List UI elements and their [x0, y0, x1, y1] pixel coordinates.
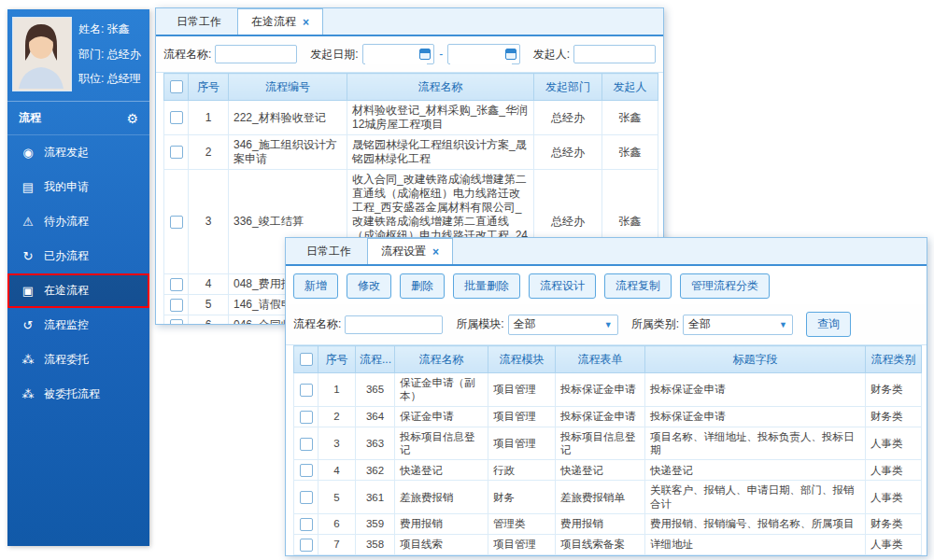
checkbox[interactable]	[300, 353, 313, 366]
chevron-down-icon: ▼	[604, 320, 613, 329]
cell-no: 7	[318, 535, 356, 555]
megaphone-icon: ◉	[21, 146, 35, 160]
start-date-from-input[interactable]	[365, 46, 427, 64]
calendar-icon[interactable]	[419, 49, 431, 60]
front-window-toolbar: 新增修改删除批量删除流程设计流程复制管理流程分类	[286, 266, 927, 304]
sidebar-item-7[interactable]: ⁂被委托流程	[7, 377, 149, 412]
cell-no: 6	[189, 315, 229, 326]
row-checkbox-cell	[294, 555, 318, 556]
column-header[interactable]: 流程名称	[395, 346, 488, 373]
column-header[interactable]: 序号	[189, 74, 229, 101]
checkbox[interactable]	[170, 319, 183, 325]
checkbox[interactable]	[170, 80, 183, 93]
profile-photo	[12, 17, 72, 91]
row-checkbox-cell	[164, 315, 189, 326]
row-checkbox-cell	[164, 101, 189, 135]
cell-name: 保证金申请	[395, 406, 488, 427]
column-header[interactable]: 序号	[318, 346, 356, 373]
close-icon[interactable]: ×	[303, 16, 309, 29]
process-name-input[interactable]	[345, 315, 443, 334]
tab-label: 在途流程	[251, 14, 296, 30]
sidebar-item-6[interactable]: ⁂流程委托	[7, 343, 149, 377]
column-header[interactable]: 发起部门	[534, 74, 602, 101]
category-select[interactable]: 全部 ▼	[683, 315, 793, 335]
table-row[interactable]: 1222_材料验收登记材料验收登记_材料采购_张鑫_华润12城房屋工程项目总经办…	[164, 101, 658, 135]
sidebar-item-label: 流程发起	[44, 145, 89, 161]
table-row[interactable]: 3363投标项目信息登记项目管理投标项目信息登记项目名称、详细地址、投标负责人、…	[294, 427, 922, 460]
table-row[interactable]: 4362快递登记行政快递登记快递登记人事类	[294, 460, 922, 481]
row-checkbox-cell	[294, 481, 318, 514]
table-row[interactable]: 1365保证金申请（副本）项目管理投标保证金申请投标保证金申请财务类	[294, 373, 922, 407]
cell-form: 投标保证金申请	[556, 373, 645, 407]
sitemap-icon: ⁂	[21, 387, 35, 401]
table-row[interactable]: 2346_施工组织设计方案申请晟铭园林绿化工程组织设计方案_晟铭园林绿化工程总经…	[164, 135, 658, 170]
checkbox[interactable]	[170, 216, 183, 229]
search-button[interactable]: 查询	[806, 312, 851, 337]
checkbox[interactable]	[300, 464, 313, 477]
column-header[interactable]: 流程...	[356, 346, 395, 373]
table-row[interactable]: 6359费用报销管理类费用报销费用报销、报销编号、报销名称、所属项目财务类	[294, 514, 922, 535]
checkbox[interactable]	[300, 384, 313, 397]
table-row[interactable]: 8357测试费用报销财务费用报销费用报销、报销编号、报销名称、本次报销金额财务类	[294, 555, 922, 556]
calendar-icon[interactable]	[505, 49, 517, 60]
checkbox[interactable]	[170, 146, 183, 159]
column-header[interactable]: 发起人	[602, 74, 658, 101]
column-header[interactable]: 流程类别	[866, 346, 922, 373]
tab-0[interactable]: 日常工作	[163, 8, 234, 35]
cell-dept: 总经办	[534, 135, 602, 170]
checkbox[interactable]	[300, 491, 313, 504]
column-header[interactable]: 流程表单	[556, 346, 645, 373]
portrait-image	[13, 18, 69, 89]
tab-1[interactable]: 流程设置×	[367, 238, 453, 264]
sidebar-item-5[interactable]: ↺流程监控	[7, 308, 149, 343]
cell-category: 财务类	[866, 555, 922, 556]
start-date-to-field	[447, 44, 519, 64]
cell-no: 5	[318, 481, 356, 514]
close-icon[interactable]: ×	[432, 245, 439, 259]
toolbar-button-2[interactable]: 删除	[400, 273, 445, 299]
sidebar-item-label: 在途流程	[44, 283, 89, 299]
table-row[interactable]: 7358项目线索项目管理项目线索备案详细地址人事类	[294, 535, 922, 555]
toolbar-button-1[interactable]: 修改	[347, 273, 391, 299]
toolbar-button-6[interactable]: 管理流程分类	[680, 273, 770, 299]
column-header[interactable]: 流程模块	[488, 346, 556, 373]
initiator-input[interactable]	[573, 45, 656, 63]
row-checkbox-cell	[294, 460, 318, 481]
checkbox[interactable]	[300, 539, 313, 552]
cell-form: 投标项目信息登记	[556, 427, 645, 460]
checkbox[interactable]	[300, 411, 313, 424]
checkbox[interactable]	[300, 438, 313, 451]
cell-no: 4	[189, 274, 229, 295]
checkbox[interactable]	[170, 278, 183, 291]
process-name-input[interactable]	[215, 45, 297, 63]
cell-module: 项目管理	[488, 427, 556, 460]
row-checkbox-cell	[294, 427, 318, 460]
sidebar-item-1[interactable]: ▤我的申请	[7, 170, 149, 204]
tab-1[interactable]: 在途流程×	[237, 8, 323, 35]
checkbox[interactable]	[170, 111, 183, 124]
column-header[interactable]: 标题字段	[645, 346, 866, 373]
table-row[interactable]: 5361差旅费报销财务差旅费报销单关联客户、报销人、申请日期、部门、报销合计人事…	[294, 481, 922, 514]
sidebar-item-2[interactable]: ⚠待办流程	[7, 204, 149, 239]
toolbar-button-4[interactable]: 流程设计	[529, 273, 596, 299]
monitor-icon: ↺	[21, 318, 35, 332]
cell-form: 项目线索备案	[556, 535, 645, 555]
page: 姓名: 张鑫 部门: 总经办 职位: 总经理 流程 ⚙ ◉流程发起▤我的申请⚠待…	[0, 0, 934, 560]
toolbar-button-0[interactable]: 新增	[293, 273, 338, 299]
start-date-to-input[interactable]	[450, 46, 512, 64]
table-row[interactable]: 2364保证金申请项目管理投标保证金申请投标保证金申请财务类	[294, 406, 922, 427]
checkbox[interactable]	[300, 518, 313, 531]
sidebar-item-4[interactable]: ▣在途流程	[7, 273, 149, 308]
tab-0[interactable]: 日常工作	[293, 238, 364, 264]
sidebar-item-3[interactable]: ↻已办流程	[7, 239, 149, 273]
checkbox[interactable]	[170, 299, 183, 312]
toolbar-button-3[interactable]: 批量删除	[453, 273, 520, 299]
column-header[interactable]: 流程编号	[229, 74, 347, 101]
column-header[interactable]: 流程名称	[347, 74, 534, 101]
cell-form: 费用报销	[556, 514, 645, 535]
gear-icon[interactable]: ⚙	[126, 111, 138, 126]
sidebar-item-0[interactable]: ◉流程发起	[7, 135, 149, 170]
module-select[interactable]: 全部 ▼	[508, 315, 618, 335]
toolbar-button-5[interactable]: 流程复制	[604, 273, 672, 299]
sitemap-icon: ⁂	[21, 353, 35, 367]
